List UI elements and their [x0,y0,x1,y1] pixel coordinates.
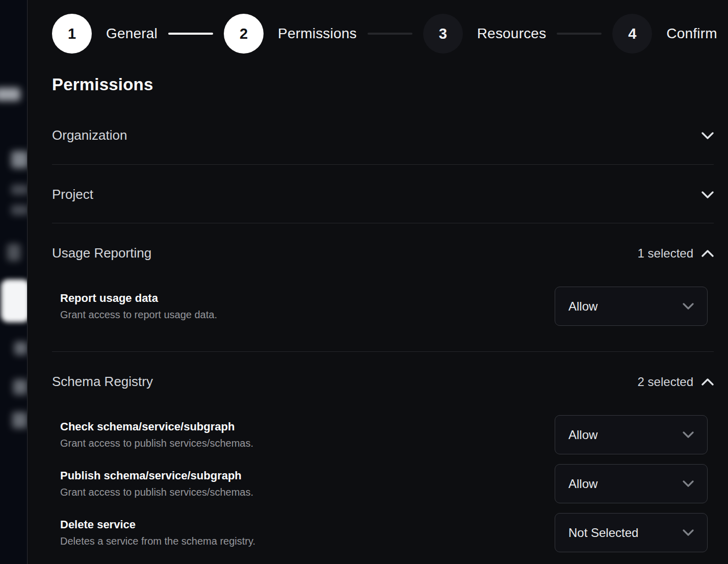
permission-title: Delete service [60,518,255,531]
select-value: Allow [568,428,597,442]
section-title: Usage Reporting [52,245,151,261]
step-resources[interactable]: 3 Resources [423,14,547,54]
permission-row: Check schema/service/subgraph Grant acce… [52,415,714,454]
step-confirm[interactable]: 4 Confirm [612,14,717,54]
chevron-down-icon [683,529,694,536]
sidebar-blur-text [12,412,28,428]
wizard-stepper: 1 General 2 Permissions 3 Resources 4 Co… [52,14,714,54]
section-title: Schema Registry [52,374,153,390]
step-label: Confirm [666,25,717,42]
chevron-down-icon [701,191,714,198]
page-title: Permissions [52,75,714,94]
permission-description: Grant access to publish services/schemas… [60,438,253,449]
select-value: Allow [568,299,597,314]
sidebar-blur-line [11,205,28,215]
permission-select[interactable]: Allow [555,287,708,326]
selected-count-badge: 2 selected [638,375,693,389]
section-project[interactable]: Project [52,165,714,223]
step-number-badge: 1 [52,14,92,54]
permission-description: Grant access to report usage data. [60,309,217,321]
permission-description: Grant access to publish services/schemas… [60,486,253,498]
sidebar-blur-icon [7,244,20,261]
step-general[interactable]: 1 General [52,14,158,54]
sidebar-blur-card [1,279,28,322]
sidebar-blur-title [11,151,28,168]
section-schema-registry-header[interactable]: Schema Registry 2 selected [52,352,714,390]
step-label: General [106,25,158,42]
section-title: Organization [52,127,127,143]
chevron-down-icon [683,431,694,438]
permission-row: Report usage data Grant access to report… [52,287,714,326]
step-label: Permissions [278,25,357,42]
step-connector [557,33,602,35]
step-connector [368,33,412,35]
step-label: Resources [477,25,547,42]
section-schema-registry: Schema Registry 2 selected Check schema/… [52,352,714,552]
sidebar-blur-line [11,185,28,195]
step-connector [168,33,213,35]
step-permissions[interactable]: 2 Permissions [224,14,357,54]
chevron-up-icon [701,250,714,257]
wizard-panel: 1 General 2 Permissions 3 Resources 4 Co… [28,0,728,564]
permission-row: Publish schema/service/subgraph Grant ac… [52,464,714,503]
chevron-down-icon [683,480,694,487]
sidebar-blur-text [14,342,28,355]
permission-title: Publish schema/service/subgraph [60,469,253,482]
step-number-badge: 3 [423,14,463,54]
chevron-up-icon [701,378,714,386]
permission-row: Delete service Deletes a service from th… [52,513,714,552]
permission-description: Deletes a service from the schema regist… [60,535,255,547]
section-usage-reporting: Usage Reporting 1 selected Report usage … [52,223,714,352]
permission-title: Check schema/service/subgraph [60,420,253,433]
section-organization[interactable]: Organization [52,94,714,165]
sidebar-blur-pill [0,88,20,101]
background-sidebar [0,0,28,564]
section-usage-reporting-header[interactable]: Usage Reporting 1 selected [52,223,714,261]
selected-count-badge: 1 selected [638,246,693,261]
chevron-down-icon [701,132,714,139]
permission-select[interactable]: Allow [555,415,708,454]
step-number-badge: 4 [612,14,652,54]
sidebar-blur-text [13,379,28,395]
step-number-badge: 2 [224,14,264,54]
select-value: Allow [568,477,597,491]
permission-select[interactable]: Not Selected [555,513,708,552]
section-title: Project [52,187,93,202]
select-value: Not Selected [568,526,638,540]
permission-title: Report usage data [60,292,217,305]
permission-select[interactable]: Allow [555,464,708,503]
chevron-down-icon [683,303,694,310]
